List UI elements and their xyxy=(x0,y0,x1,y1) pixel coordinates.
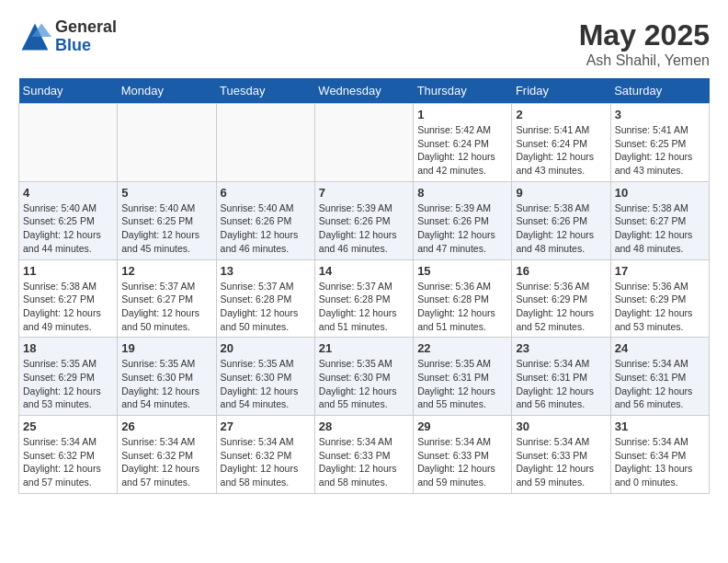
day-number: 8 xyxy=(417,186,507,200)
day-info: Sunrise: 5:34 AMSunset: 6:33 PMDaylight:… xyxy=(516,435,606,489)
day-info: Sunrise: 5:35 AMSunset: 6:30 PMDaylight:… xyxy=(319,357,409,411)
day-number: 13 xyxy=(221,264,311,278)
day-info: Sunrise: 5:38 AMSunset: 6:26 PMDaylight:… xyxy=(516,201,606,256)
day-number: 4 xyxy=(23,186,113,200)
day-info: Sunrise: 5:35 AMSunset: 6:30 PMDaylight:… xyxy=(121,357,211,411)
calendar-cell: 3Sunrise: 5:41 AMSunset: 6:25 PMDaylight… xyxy=(610,104,709,182)
calendar-cell: 23Sunrise: 5:34 AMSunset: 6:31 PMDayligh… xyxy=(512,338,610,416)
calendar-table: SundayMondayTuesdayWednesdayThursdayFrid… xyxy=(18,78,710,494)
day-info: Sunrise: 5:41 AMSunset: 6:24 PMDaylight:… xyxy=(516,123,606,178)
day-number: 5 xyxy=(121,186,211,200)
logo-icon xyxy=(18,20,51,53)
day-info: Sunrise: 5:36 AMSunset: 6:29 PMDaylight:… xyxy=(615,280,705,334)
day-info: Sunrise: 5:34 AMSunset: 6:33 PMDaylight:… xyxy=(319,435,409,489)
calendar-cell: 2Sunrise: 5:41 AMSunset: 6:24 PMDaylight… xyxy=(512,104,610,182)
day-number: 10 xyxy=(615,186,705,200)
calendar-cell: 9Sunrise: 5:38 AMSunset: 6:26 PMDaylight… xyxy=(512,181,610,259)
day-number: 1 xyxy=(417,108,507,121)
calendar-cell: 15Sunrise: 5:36 AMSunset: 6:28 PMDayligh… xyxy=(414,259,512,338)
col-header-tuesday: Tuesday xyxy=(216,78,314,104)
day-number: 11 xyxy=(23,264,113,278)
calendar-cell: 16Sunrise: 5:36 AMSunset: 6:29 PMDayligh… xyxy=(512,259,610,338)
day-number: 29 xyxy=(417,419,507,433)
day-info: Sunrise: 5:34 AMSunset: 6:34 PMDaylight:… xyxy=(615,435,705,489)
day-info: Sunrise: 5:40 AMSunset: 6:26 PMDaylight:… xyxy=(221,201,311,256)
day-info: Sunrise: 5:36 AMSunset: 6:28 PMDaylight:… xyxy=(417,280,507,334)
day-info: Sunrise: 5:34 AMSunset: 6:31 PMDaylight:… xyxy=(516,357,606,411)
day-info: Sunrise: 5:39 AMSunset: 6:26 PMDaylight:… xyxy=(417,201,507,256)
day-number: 30 xyxy=(516,419,606,433)
logo: General Blue xyxy=(18,18,117,55)
calendar-cell: 10Sunrise: 5:38 AMSunset: 6:27 PMDayligh… xyxy=(610,181,709,259)
day-number: 15 xyxy=(417,264,507,278)
logo-text: General Blue xyxy=(55,18,117,55)
day-number: 26 xyxy=(121,419,211,433)
calendar-cell: 1Sunrise: 5:42 AMSunset: 6:24 PMDaylight… xyxy=(414,104,512,182)
calendar-cell: 21Sunrise: 5:35 AMSunset: 6:30 PMDayligh… xyxy=(314,338,413,416)
calendar-cell xyxy=(216,104,314,182)
day-number: 17 xyxy=(615,264,705,278)
col-header-friday: Friday xyxy=(512,78,610,104)
day-info: Sunrise: 5:34 AMSunset: 6:32 PMDaylight:… xyxy=(23,435,113,489)
page-header: General Blue May 2025 Ash Shahil, Yemen xyxy=(18,18,710,69)
calendar-cell: 26Sunrise: 5:34 AMSunset: 6:32 PMDayligh… xyxy=(118,416,216,494)
day-number: 12 xyxy=(121,264,211,278)
calendar-cell: 17Sunrise: 5:36 AMSunset: 6:29 PMDayligh… xyxy=(610,259,709,338)
calendar-week-row: 4Sunrise: 5:40 AMSunset: 6:25 PMDaylight… xyxy=(19,181,710,259)
logo-blue-text: Blue xyxy=(55,37,117,55)
day-info: Sunrise: 5:42 AMSunset: 6:24 PMDaylight:… xyxy=(417,123,507,178)
calendar-cell: 31Sunrise: 5:34 AMSunset: 6:34 PMDayligh… xyxy=(610,416,709,494)
day-number: 20 xyxy=(221,341,311,355)
day-info: Sunrise: 5:39 AMSunset: 6:26 PMDaylight:… xyxy=(319,201,409,256)
day-info: Sunrise: 5:34 AMSunset: 6:32 PMDaylight:… xyxy=(221,435,311,489)
calendar-cell: 30Sunrise: 5:34 AMSunset: 6:33 PMDayligh… xyxy=(512,416,610,494)
calendar-cell: 27Sunrise: 5:34 AMSunset: 6:32 PMDayligh… xyxy=(216,416,314,494)
day-number: 16 xyxy=(516,264,606,278)
day-number: 9 xyxy=(516,186,606,200)
calendar-cell: 12Sunrise: 5:37 AMSunset: 6:27 PMDayligh… xyxy=(118,259,216,338)
calendar-cell: 18Sunrise: 5:35 AMSunset: 6:29 PMDayligh… xyxy=(19,338,118,416)
calendar-cell: 19Sunrise: 5:35 AMSunset: 6:30 PMDayligh… xyxy=(118,338,216,416)
day-number: 22 xyxy=(417,341,507,355)
day-number: 14 xyxy=(319,264,409,278)
col-header-monday: Monday xyxy=(118,78,216,104)
day-info: Sunrise: 5:34 AMSunset: 6:32 PMDaylight:… xyxy=(121,435,211,489)
day-number: 3 xyxy=(615,108,705,121)
col-header-sunday: Sunday xyxy=(19,78,118,104)
calendar-cell: 11Sunrise: 5:38 AMSunset: 6:27 PMDayligh… xyxy=(19,259,118,338)
calendar-cell: 5Sunrise: 5:40 AMSunset: 6:25 PMDaylight… xyxy=(118,181,216,259)
day-number: 24 xyxy=(615,341,705,355)
calendar-header-row: SundayMondayTuesdayWednesdayThursdayFrid… xyxy=(19,78,710,104)
calendar-cell: 8Sunrise: 5:39 AMSunset: 6:26 PMDaylight… xyxy=(414,181,512,259)
day-info: Sunrise: 5:34 AMSunset: 6:31 PMDaylight:… xyxy=(615,357,705,411)
calendar-week-row: 18Sunrise: 5:35 AMSunset: 6:29 PMDayligh… xyxy=(19,338,710,416)
day-info: Sunrise: 5:37 AMSunset: 6:28 PMDaylight:… xyxy=(221,280,311,334)
calendar-cell xyxy=(19,104,118,182)
day-number: 25 xyxy=(23,419,113,433)
day-info: Sunrise: 5:38 AMSunset: 6:27 PMDaylight:… xyxy=(23,280,113,334)
day-info: Sunrise: 5:34 AMSunset: 6:33 PMDaylight:… xyxy=(417,435,507,489)
day-number: 27 xyxy=(221,419,311,433)
day-info: Sunrise: 5:35 AMSunset: 6:29 PMDaylight:… xyxy=(23,357,113,411)
location-text: Ash Shahil, Yemen xyxy=(579,52,710,69)
day-info: Sunrise: 5:38 AMSunset: 6:27 PMDaylight:… xyxy=(615,201,705,256)
logo-general-text: General xyxy=(55,18,117,37)
day-info: Sunrise: 5:40 AMSunset: 6:25 PMDaylight:… xyxy=(121,201,211,256)
day-number: 28 xyxy=(319,419,409,433)
calendar-cell: 4Sunrise: 5:40 AMSunset: 6:25 PMDaylight… xyxy=(19,181,118,259)
day-info: Sunrise: 5:37 AMSunset: 6:28 PMDaylight:… xyxy=(319,280,409,334)
calendar-cell: 13Sunrise: 5:37 AMSunset: 6:28 PMDayligh… xyxy=(216,259,314,338)
day-number: 21 xyxy=(319,341,409,355)
calendar-cell: 22Sunrise: 5:35 AMSunset: 6:31 PMDayligh… xyxy=(414,338,512,416)
calendar-cell: 14Sunrise: 5:37 AMSunset: 6:28 PMDayligh… xyxy=(314,259,413,338)
calendar-week-row: 1Sunrise: 5:42 AMSunset: 6:24 PMDaylight… xyxy=(19,104,710,182)
calendar-week-row: 11Sunrise: 5:38 AMSunset: 6:27 PMDayligh… xyxy=(19,259,710,338)
calendar-cell: 24Sunrise: 5:34 AMSunset: 6:31 PMDayligh… xyxy=(610,338,709,416)
month-title: May 2025 xyxy=(579,18,710,52)
calendar-cell: 6Sunrise: 5:40 AMSunset: 6:26 PMDaylight… xyxy=(216,181,314,259)
calendar-cell: 7Sunrise: 5:39 AMSunset: 6:26 PMDaylight… xyxy=(314,181,413,259)
day-info: Sunrise: 5:35 AMSunset: 6:31 PMDaylight:… xyxy=(417,357,507,411)
day-info: Sunrise: 5:40 AMSunset: 6:25 PMDaylight:… xyxy=(23,201,113,256)
col-header-wednesday: Wednesday xyxy=(314,78,413,104)
day-info: Sunrise: 5:35 AMSunset: 6:30 PMDaylight:… xyxy=(221,357,311,411)
